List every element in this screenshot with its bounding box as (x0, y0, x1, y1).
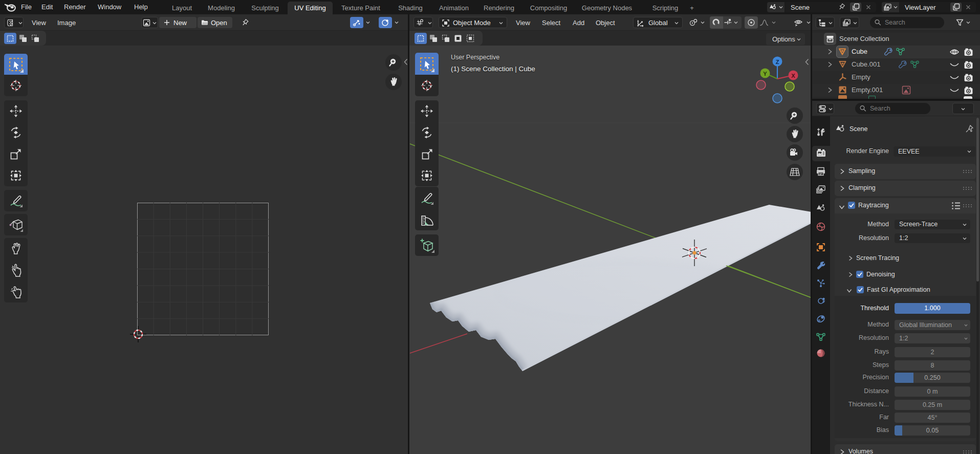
svg-text:Z: Z (776, 59, 779, 65)
svg-text:X: X (791, 73, 795, 79)
svg-text:Y: Y (763, 71, 767, 77)
